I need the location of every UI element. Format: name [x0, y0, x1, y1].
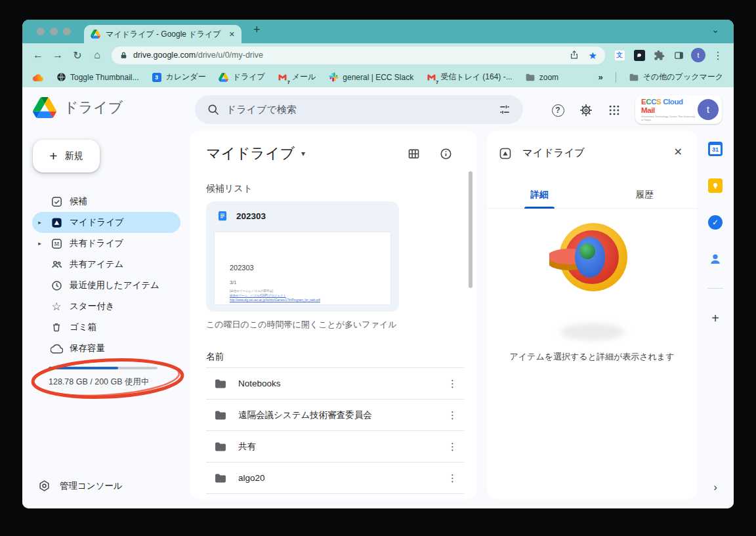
- new-tab-button[interactable]: +: [253, 23, 261, 37]
- cloud-bookmark-icon[interactable]: [33, 72, 43, 83]
- file-preview-thumbnail[interactable]: 202303 3/1 [組合せゲームとパズルの研究会] 組合せゲーム・パズル(C…: [214, 232, 391, 305]
- back-button[interactable]: ←: [29, 46, 47, 64]
- google-keep-icon[interactable]: [706, 176, 724, 195]
- extensions-puzzle-icon[interactable]: [650, 46, 668, 64]
- cloud-icon: [50, 342, 63, 355]
- tab-strip: マイドライブ - Google ドライブ ✕ + ⌄: [22, 20, 734, 43]
- chat-extension-icon[interactable]: [630, 46, 648, 64]
- row-menu-kebab-icon[interactable]: ⋮: [448, 441, 457, 453]
- file-row[interactable]: algo20 ⋮: [206, 463, 464, 494]
- bookmark-item[interactable]: general | ECC Slack: [328, 72, 413, 83]
- globe-icon: [56, 72, 66, 83]
- sidebar-item-recent[interactable]: 最近使用したアイテム: [32, 275, 180, 296]
- sidebar-item-shared-drives[interactable]: ▸ 共有ドライブ: [32, 233, 180, 254]
- traffic-lights[interactable]: [37, 28, 71, 35]
- account-avatar[interactable]: t: [698, 99, 719, 120]
- bookmark-item[interactable]: 7 受信トレイ (164) -...: [426, 72, 513, 83]
- address-bar[interactable]: drive.google.com/drive/u/0/my-drive ★: [112, 47, 605, 64]
- row-menu-kebab-icon[interactable]: ⋮: [448, 378, 457, 390]
- file-row[interactable]: Notebooks ⋮: [206, 368, 464, 400]
- bookmark-star-icon[interactable]: ★: [589, 51, 597, 60]
- search-icon[interactable]: [200, 96, 226, 123]
- bookmark-label: zoom: [539, 73, 558, 82]
- tab-details[interactable]: 詳細: [487, 182, 592, 208]
- my-drive-title-dropdown[interactable]: マイドライブ ▾: [206, 144, 305, 163]
- search-options-tune-icon[interactable]: [492, 96, 518, 123]
- file-list-header[interactable]: 名前: [206, 346, 464, 368]
- my-drive-icon: [50, 216, 63, 229]
- new-button[interactable]: + 新規: [33, 140, 100, 173]
- details-panel: マイドライブ ✕ 詳細 履歴: [487, 131, 697, 499]
- file-row[interactable]: 遠隔会議システム技術審査委員会 ⋮: [206, 400, 464, 431]
- sidebar-item-shared-with-me[interactable]: 共有アイテム: [32, 254, 180, 275]
- collapse-side-panel-chevron-icon[interactable]: ›: [707, 480, 723, 495]
- other-bookmarks-label: その他のブックマーク: [643, 72, 723, 83]
- file-name: 遠隔会議システム技術審査委員会: [238, 409, 372, 421]
- minimize-window-button[interactable]: [50, 28, 58, 35]
- grid-view-icon[interactable]: [406, 146, 421, 161]
- row-menu-kebab-icon[interactable]: ⋮: [448, 409, 457, 421]
- reload-button[interactable]: ↻: [68, 46, 87, 64]
- browser-tab[interactable]: マイドライブ - Google ドライブ ✕: [84, 25, 242, 43]
- folder-icon: [214, 472, 227, 485]
- suggestion-caption: この曜日のこの時間帯に開くことが多いファイル: [206, 319, 397, 331]
- suggested-file-card[interactable]: 202303 202303 3/1 [組合せゲームとパズルの研究会] 組合せゲー…: [206, 201, 399, 312]
- other-bookmarks[interactable]: その他のブックマーク: [629, 72, 723, 83]
- browser-profile-avatar[interactable]: t: [689, 46, 707, 64]
- storage-progress-fill: [49, 367, 118, 369]
- settings-gear-icon[interactable]: [578, 102, 595, 119]
- sidebar-item-label: 共有ドライブ: [70, 237, 123, 249]
- zoom-window-button[interactable]: [63, 28, 71, 35]
- tab-close-icon[interactable]: ✕: [229, 30, 235, 39]
- preview-link: http://www.alg.cei.uec.ac.jp/itohiro/Gam…: [230, 299, 320, 302]
- account-badge[interactable]: ECCS Cloud Mail Information Technology C…: [635, 95, 722, 124]
- sidebar-item-storage[interactable]: 保存容量: [32, 338, 180, 359]
- browser-menu-kebab-icon[interactable]: ⋮: [709, 46, 727, 64]
- scrollbar-thumb[interactable]: [469, 171, 472, 288]
- url-domain: drive.google.com: [133, 51, 196, 60]
- add-panel-app-button[interactable]: +: [706, 309, 724, 327]
- bookmark-item[interactable]: Toggle Thumbnail...: [56, 72, 139, 83]
- share-icon[interactable]: [569, 50, 579, 60]
- sidebar-item-starred[interactable]: ☆ スター付き: [32, 296, 180, 317]
- sidebar-item-trash[interactable]: ゴミ箱: [32, 317, 180, 338]
- google-docs-icon: [217, 210, 228, 222]
- admin-console-link[interactable]: 管理コンソール: [38, 480, 123, 492]
- details-empty-text: アイテムを選択すると詳細が表示されます: [487, 351, 697, 363]
- caret-right-icon[interactable]: ▸: [36, 240, 43, 247]
- tab-search-chevron-icon[interactable]: ⌄: [711, 24, 719, 35]
- empty-state-illustration: [549, 216, 635, 301]
- google-tasks-icon[interactable]: ✓: [706, 213, 724, 232]
- bookmark-item[interactable]: 7 メール: [278, 72, 316, 83]
- people-icon: [50, 258, 63, 271]
- bookmark-item[interactable]: ドライブ: [219, 72, 265, 83]
- folder-icon: [629, 72, 639, 83]
- file-row[interactable]: 共有 ⋮: [206, 431, 464, 463]
- my-drive-small-icon: [499, 147, 512, 160]
- caret-right-icon[interactable]: ▸: [36, 219, 43, 226]
- bookmark-item[interactable]: 3 カレンダー: [152, 72, 206, 83]
- translate-extension-icon[interactable]: 文: [610, 46, 629, 64]
- search-bar[interactable]: ドライブで検索: [195, 95, 523, 124]
- forward-button[interactable]: →: [49, 46, 67, 64]
- home-button[interactable]: ⌂: [88, 46, 106, 64]
- help-button[interactable]: ?: [549, 102, 566, 119]
- google-apps-grid-icon[interactable]: [606, 102, 623, 119]
- row-menu-kebab-icon[interactable]: ⋮: [448, 472, 457, 484]
- folder-icon: [214, 377, 227, 390]
- sidebar-item-suggestions[interactable]: 候補: [32, 191, 180, 212]
- google-contacts-icon[interactable]: [706, 250, 724, 268]
- drive-logo[interactable]: ドライブ: [33, 97, 123, 118]
- sidebar-item-my-drive[interactable]: ▸ マイドライブ: [32, 212, 180, 233]
- side-panel-icon[interactable]: [669, 46, 688, 64]
- file-browser-panel: マイドライブ ▾ 候補リスト 202303 202303 3/1 [組合せゲーム…: [190, 131, 477, 499]
- bookmark-item[interactable]: zoom: [525, 72, 558, 83]
- close-icon[interactable]: ✕: [674, 146, 682, 158]
- info-icon[interactable]: [438, 146, 453, 161]
- close-window-button[interactable]: [37, 28, 45, 35]
- bookmarks-overflow-icon[interactable]: »: [598, 72, 603, 82]
- url-path: /drive/u/0/my-drive: [196, 51, 263, 60]
- tab-activity[interactable]: 履歴: [592, 182, 697, 208]
- google-calendar-icon[interactable]: 31: [706, 140, 724, 158]
- search-input[interactable]: ドライブで検索: [226, 104, 492, 116]
